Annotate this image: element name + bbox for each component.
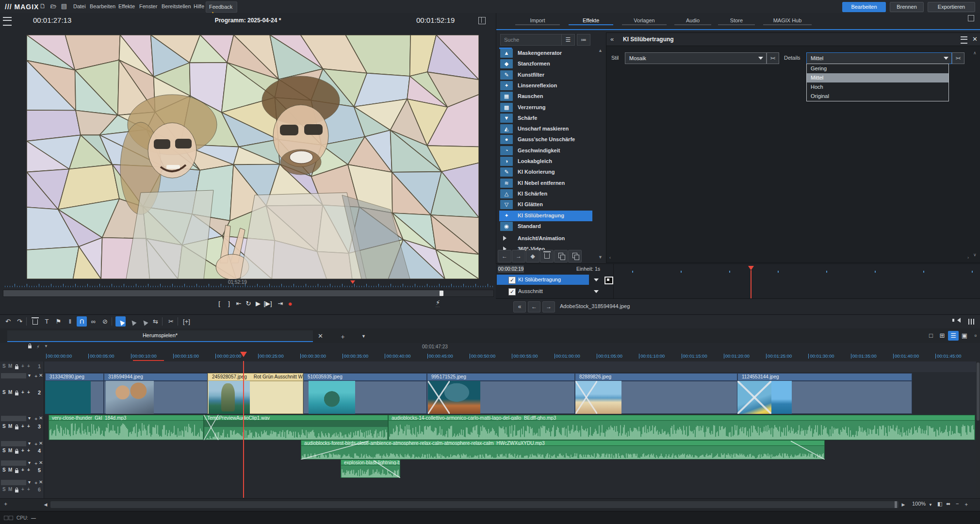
zoom-in-icon[interactable]: ＋ <box>964 501 969 508</box>
track-transition-icon[interactable]: + <box>27 424 30 429</box>
video-clip-510035935-jpeg[interactable]: 510035935.jpeg <box>303 373 427 414</box>
redo-icon[interactable]: ↷ <box>15 316 25 327</box>
effect-item-kunstfilter[interactable]: ✎Kunstfilter <box>499 70 592 81</box>
details-option-hoch[interactable]: Hoch <box>807 82 948 92</box>
undo-icon[interactable]: ↶ <box>3 316 13 327</box>
effect-item-lookabgleich[interactable]: ◑Lookabgleich <box>499 156 592 167</box>
effect-group-ansicht-animation[interactable]: Ansicht/Animation <box>499 233 592 244</box>
track-add-icon[interactable]: ＋ <box>33 415 38 422</box>
param-scroll-right-icon[interactable]: › <box>967 255 969 260</box>
audio-clip-very-close-thunder-Gkl-1[interactable]: very-close-thunder_Gkl_184d.mp3 <box>49 415 204 440</box>
track-fx-icon[interactable]: + <box>21 390 24 395</box>
lock-icon[interactable] <box>28 344 32 349</box>
video-preview[interactable] <box>27 35 479 279</box>
track-lock-icon[interactable] <box>15 470 18 473</box>
zoom-preset-icon[interactable]: ▼ <box>929 503 932 507</box>
track-transition-icon[interactable]: + <box>27 467 30 473</box>
effect-close-icon[interactable]: ✕ <box>972 35 978 43</box>
keyframe-ruler[interactable] <box>613 264 980 299</box>
details-option-mittel[interactable]: Mittel <box>807 73 948 82</box>
track-fx-icon[interactable]: + <box>21 448 24 453</box>
mute-button[interactable]: M <box>8 467 12 473</box>
track-add-icon[interactable]: ＋ <box>33 373 38 379</box>
stretch-mode-icon[interactable]: ⇆ <box>150 316 161 327</box>
track-5-content[interactable] <box>44 459 976 479</box>
track-transition-icon[interactable]: + <box>27 487 30 492</box>
track-transition-icon[interactable]: + <box>27 363 30 369</box>
track-fx-icon[interactable]: + <box>21 363 24 369</box>
effects-scroll-up-icon[interactable]: ▲ <box>598 48 603 53</box>
effect-item-sch-rfe[interactable]: ▼Schärfe <box>499 113 592 124</box>
effect-item-geschwindigkeit[interactable]: ◔Geschwindigkeit <box>499 146 592 156</box>
tab-import[interactable]: Import <box>511 15 564 26</box>
horizontal-scrollbar[interactable] <box>50 501 898 508</box>
kf-add-button[interactable]: ◆ <box>526 250 539 262</box>
tab-magix-hub[interactable]: MAGIX Hub <box>758 15 817 26</box>
sort-detail-icon[interactable]: ≔ <box>577 34 590 46</box>
title-icon[interactable]: T <box>42 316 52 327</box>
preview-scrollbar[interactable] <box>3 290 494 297</box>
view-timeline-button[interactable]: ☰ <box>948 331 959 341</box>
preview-scrollbar-handle[interactable] <box>440 291 443 296</box>
solo-button[interactable]: S <box>2 424 6 429</box>
timeline-playhead-marker[interactable] <box>240 352 247 360</box>
display-mode-icon[interactable] <box>478 17 486 24</box>
kf-paste-button[interactable] <box>568 250 582 262</box>
lightning-icon[interactable]: ⚡ <box>36 344 40 349</box>
checkbox[interactable]: ✓ <box>508 288 516 295</box>
loop-button[interactable]: ↻ <box>244 299 253 309</box>
open-folder-icon[interactable]: 🗁 <box>49 2 57 10</box>
menu-datei[interactable]: Datei <box>71 0 88 13</box>
track-name-box[interactable] <box>1 441 26 446</box>
zoom-out-icon[interactable]: − <box>956 501 959 507</box>
timeline-playhead-line[interactable] <box>243 361 244 498</box>
track-delete-icon[interactable]: ✕ <box>39 441 43 446</box>
mouse-mode-single-icon[interactable] <box>127 316 137 327</box>
effect-item-ki-stil-bertragung[interactable]: ✦KI Stilübertragung <box>499 211 592 221</box>
effect-item-ki-kolorierung[interactable]: ✎KI Kolorierung <box>499 167 592 178</box>
menu-fenster[interactable]: Fenster <box>137 0 159 13</box>
sort-list-icon[interactable]: ☰ <box>561 34 575 46</box>
mode-button-exportieren[interactable]: Exportieren <box>928 2 975 12</box>
close-tab-icon[interactable]: ✕ <box>318 332 323 340</box>
search-input[interactable]: Suche <box>500 34 562 46</box>
mute-button[interactable]: M <box>8 363 12 369</box>
record-button[interactable]: ● <box>286 299 294 309</box>
solo-button[interactable]: S <box>2 467 6 473</box>
param-scroll-left-icon[interactable]: ‹ <box>609 255 611 260</box>
effect-item-stanzformen[interactable]: ◆Stanzformen <box>499 59 592 69</box>
track-transition-icon[interactable]: + <box>27 390 30 395</box>
save-icon[interactable]: ▤ <box>60 2 68 10</box>
track-name-box[interactable] <box>1 373 26 378</box>
mute-button[interactable]: M <box>8 424 12 429</box>
zoom-range-icon[interactable]: [+] <box>181 316 192 327</box>
view-grid-button[interactable]: ⊞ <box>937 331 947 341</box>
add-tab-icon[interactable]: ＋ <box>340 332 346 341</box>
effect-item-ki-sch-rfen[interactable]: △KI Schärfen <box>499 189 592 199</box>
track-delete-icon[interactable]: ✕ <box>39 415 43 421</box>
track-delete-icon[interactable]: ✕ <box>39 479 43 485</box>
track-add-icon[interactable]: ＋ <box>33 441 38 447</box>
stil-keyframe-toggle[interactable]: >< <box>767 52 779 64</box>
track-minimize-icon[interactable]: ▾ <box>28 415 31 421</box>
kf-delete-button[interactable] <box>540 250 554 262</box>
details-dropdown[interactable]: Mittel <box>806 52 952 64</box>
collapse-panel-icon[interactable]: « <box>610 35 614 43</box>
mute-button[interactable]: M <box>8 390 12 395</box>
effect-item-unscharf-maskieren[interactable]: ◭Unscharf maskieren <box>499 124 592 134</box>
view-single-button[interactable]: ▫ <box>970 331 980 341</box>
tab-herumspielen[interactable]: Herumspielen* <box>7 330 313 342</box>
effects-scroll-down-icon[interactable]: ▼ <box>598 255 603 260</box>
collapse-keyframes-icon[interactable]: « <box>513 301 526 312</box>
zoom-level-value[interactable]: 100% <box>912 501 926 507</box>
audio-clip-audioblocks-forest-birds[interactable]: audioblocks-forest-birds-close-ambience-… <box>301 440 825 459</box>
track-lock-icon[interactable] <box>15 366 18 369</box>
zoom-vertical-icon[interactable]: ◧ <box>937 501 942 507</box>
tab-vorlagen[interactable]: Vorlagen <box>618 15 671 26</box>
marker-icon[interactable]: ⚑ <box>53 316 64 327</box>
mode-button-bearbeiten[interactable]: Bearbeiten <box>842 2 886 12</box>
kf-copy-button[interactable] <box>554 250 568 262</box>
details-option-original[interactable]: Original <box>807 92 948 101</box>
view-multicam-button[interactable]: ▣ <box>959 331 970 341</box>
track-lock-icon[interactable] <box>15 393 18 395</box>
